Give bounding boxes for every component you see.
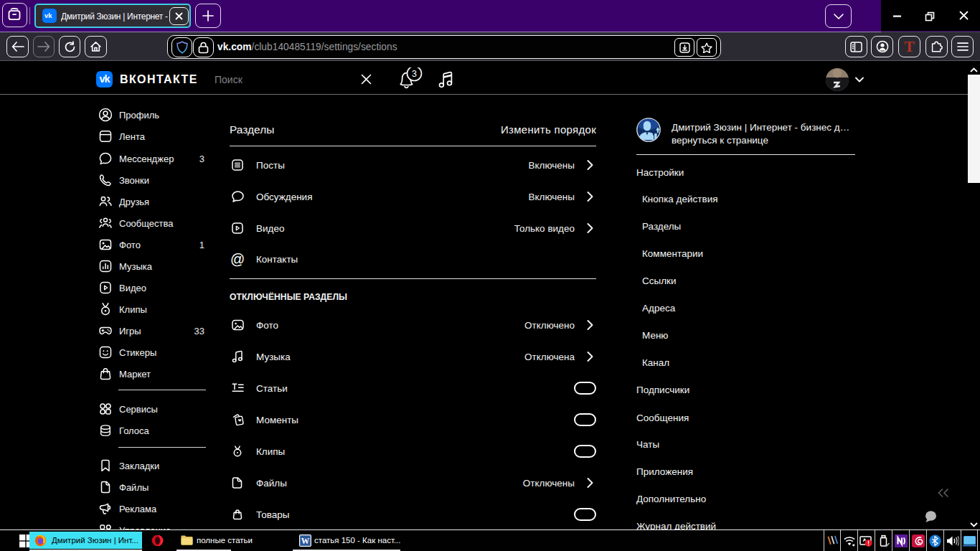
svg-text:3: 3: [412, 69, 417, 79]
svg-text:vk: vk: [44, 13, 52, 19]
svg-text:W: W: [301, 537, 310, 545]
